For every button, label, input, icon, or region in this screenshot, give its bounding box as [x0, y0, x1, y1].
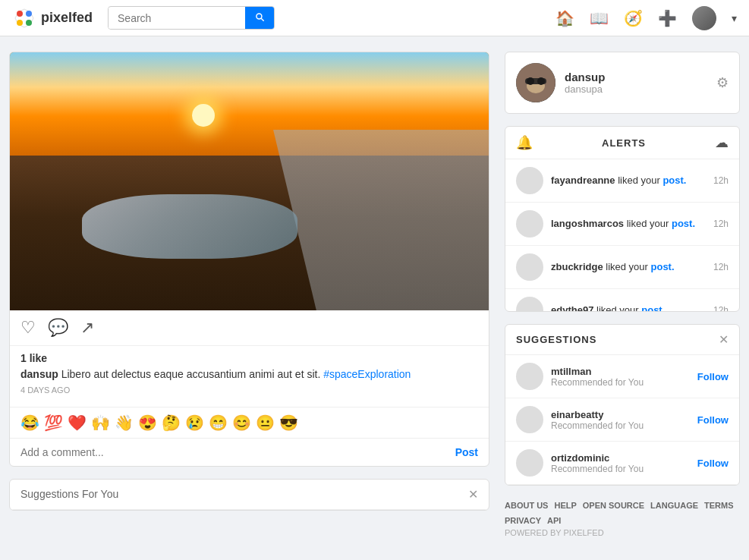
emoji-grin[interactable]: 😁 [209, 414, 228, 432]
alerts-filter-icon[interactable]: ☁ [715, 134, 729, 151]
search-button[interactable] [245, 7, 274, 29]
svg-point-3 [17, 20, 23, 26]
alert-item: langoshmarcos liked your post. 12h [505, 203, 739, 246]
emoji-100[interactable]: 💯 [44, 414, 63, 432]
alert-item: zbuckridge liked your post. 12h [505, 246, 739, 289]
alert-avatar-1 [516, 167, 543, 194]
post-actions: ♡ 💬 ↗ [10, 310, 489, 346]
svg-point-4 [26, 20, 32, 26]
suggestions-title: SUGGESTIONS [516, 334, 596, 345]
brand-name: pixelfed [41, 10, 93, 26]
suggestion-avatar-1 [516, 363, 543, 390]
comment-input[interactable] [20, 446, 455, 458]
user-avatar-nav[interactable] [692, 6, 716, 30]
alert-time-2: 12h [713, 219, 729, 229]
alert-avatar-4 [516, 297, 543, 311]
suggestion-avatar-2 [516, 406, 543, 433]
footer-api[interactable]: API [547, 516, 561, 525]
alert-avatar-2 [516, 210, 543, 238]
alert-link-1[interactable]: post. [662, 175, 686, 186]
profile-name: dansup [565, 71, 707, 83]
alert-link-3[interactable]: post. [651, 261, 675, 272]
home-icon[interactable]: 🏠 [555, 9, 574, 27]
emoji-cry[interactable]: 😢 [185, 414, 204, 432]
emoji-neutral[interactable]: 😐 [256, 414, 275, 432]
footer-language[interactable]: LANGUAGE [650, 501, 698, 510]
footer-help[interactable]: HELP [554, 501, 576, 510]
nav-icons: 🏠 📖 🧭 ➕ ▾ [555, 6, 737, 30]
settings-icon[interactable]: ⚙ [716, 74, 729, 91]
alert-link-4[interactable]: post. [641, 304, 665, 311]
avatar-dropdown-arrow[interactable]: ▾ [732, 12, 737, 24]
svg-point-1 [17, 11, 23, 17]
alert-item: fayandreanne liked your post. 12h [505, 159, 739, 203]
suggestions-feed-title: Suggestions For You [20, 488, 118, 500]
alert-text-1: fayandreanne liked your post. [551, 174, 706, 187]
footer-links: ABOUT US HELP OPEN SOURCE LANGUAGE TERMS… [505, 501, 740, 525]
follow-button-1[interactable]: Follow [697, 371, 729, 382]
follow-button-2[interactable]: Follow [697, 414, 729, 426]
comment-icon[interactable]: 💬 [48, 318, 68, 338]
alert-user-2[interactable]: langoshmarcos [551, 218, 624, 229]
alerts-widget: 🔔 ALERTS ☁ fayandreanne liked your post.… [505, 126, 740, 312]
comment-section: Post [10, 438, 489, 466]
suggestion-name-2: einarbeatty [551, 409, 690, 420]
footer-about[interactable]: ABOUT US [505, 501, 548, 510]
hashtag[interactable]: #spaceExploration [323, 368, 411, 380]
alert-time-4: 12h [713, 305, 729, 311]
emoji-cool[interactable]: 😎 [279, 414, 298, 432]
add-icon[interactable]: ➕ [658, 9, 677, 27]
profile-avatar [516, 63, 555, 102]
suggestions-card-header: Suggestions For You ✕ [10, 480, 489, 510]
likes-count: 1 like [20, 352, 478, 364]
like-icon[interactable]: ♡ [20, 318, 36, 338]
suggestion-name-3: ortizdominic [551, 452, 690, 464]
search-input[interactable] [109, 8, 245, 29]
alert-user-3[interactable]: zbuckridge [551, 261, 603, 272]
alert-text-2: langoshmarcos liked your post. [551, 217, 706, 231]
suggestion-item-2: einarbeatty Recommended for You Follow [505, 398, 739, 442]
feed: ♡ 💬 ↗ 1 like dansup Libero aut delectus … [9, 52, 489, 511]
main-layout: ♡ 💬 ↗ 1 like dansup Libero aut delectus … [0, 36, 749, 555]
suggestion-item-1: mtillman Recommended for You Follow [505, 355, 739, 398]
follow-button-3[interactable]: Follow [697, 458, 729, 469]
post-comment-button[interactable]: Post [455, 446, 478, 458]
footer-widget: ABOUT US HELP OPEN SOURCE LANGUAGE TERMS… [505, 498, 740, 540]
post-card: ♡ 💬 ↗ 1 like dansup Libero aut delectus … [9, 52, 489, 467]
alert-user-1[interactable]: fayandreanne [551, 175, 615, 186]
puddle [82, 194, 297, 259]
caption-body: Libero aut delectus eaque accusantium an… [61, 368, 321, 380]
alert-time-3: 12h [713, 262, 729, 272]
share-icon[interactable]: ↗ [80, 318, 94, 338]
suggestions-feed-close[interactable]: ✕ [468, 487, 478, 502]
search-bar [108, 6, 275, 30]
alert-user-4[interactable]: edythe97 [551, 304, 593, 311]
emoji-thinking[interactable]: 🤔 [162, 414, 181, 432]
svg-point-2 [26, 11, 32, 17]
post-image [10, 52, 489, 310]
suggestion-info-1: mtillman Recommended for You [551, 366, 690, 388]
emoji-wave[interactable]: 👋 [115, 414, 134, 432]
bell-icon[interactable]: 🔔 [516, 134, 533, 151]
emoji-heart[interactable]: ❤️ [68, 414, 87, 432]
alert-link-2[interactable]: post. [672, 218, 695, 229]
alert-item: edythe97 liked your post. 12h [505, 289, 739, 311]
footer-opensource[interactable]: OPEN SOURCE [583, 501, 644, 510]
book-icon[interactable]: 📖 [590, 9, 609, 27]
emoji-smile[interactable]: 😊 [232, 414, 251, 432]
suggestion-sub-1: Recommended for You [551, 377, 690, 388]
emoji-laugh[interactable]: 😂 [20, 414, 39, 432]
footer-terms[interactable]: TERMS [704, 501, 734, 510]
search-icon [254, 11, 265, 22]
suggestions-close-icon[interactable]: ✕ [719, 332, 729, 347]
pixelfed-logo-icon [12, 6, 36, 30]
suggestion-info-3: ortizdominic Recommended for You [551, 452, 690, 474]
compass-icon[interactable]: 🧭 [624, 9, 643, 27]
alerts-list: fayandreanne liked your post. 12h langos… [505, 159, 739, 311]
alert-text-4: edythe97 liked your post. [551, 304, 706, 311]
caption-author[interactable]: dansup [20, 368, 58, 380]
emoji-heart-eyes[interactable]: 😍 [138, 414, 157, 432]
brand-logo[interactable]: pixelfed [12, 6, 93, 30]
emoji-clap[interactable]: 🙌 [91, 414, 110, 432]
footer-privacy[interactable]: PRIVACY [505, 516, 541, 525]
